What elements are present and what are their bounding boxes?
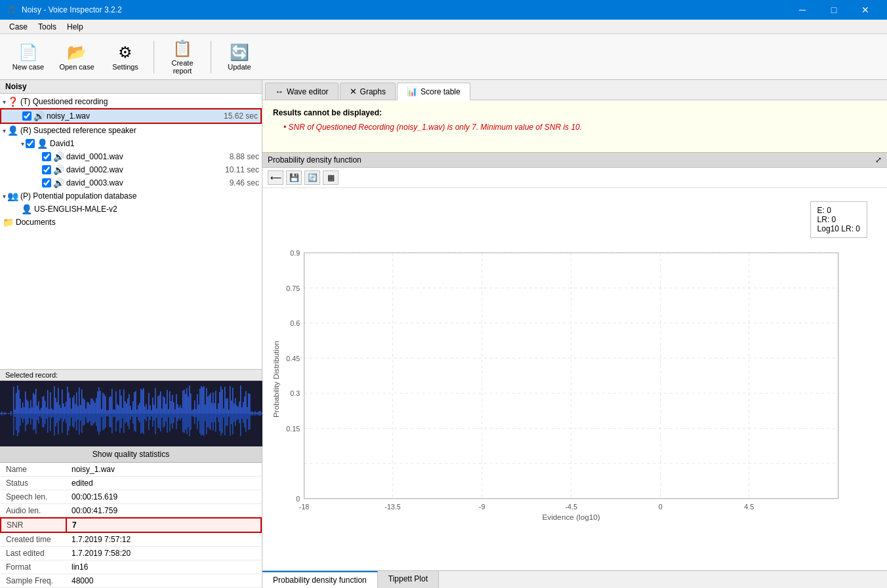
svg-text:-13.5: -13.5 (384, 503, 400, 511)
waveform-icon-0002: 🔊 (53, 165, 64, 175)
tree-item-david-0003[interactable]: 🔊 david_0003.wav 9.46 sec (0, 176, 262, 189)
title-bar: 🎵 Noisy - Voice Inspector 3.2.2 ─ □ ✕ (0, 0, 887, 20)
title-bar-left: 🎵 Noisy - Voice Inspector 3.2.2 (7, 5, 122, 14)
stat-value-audio-len: 00:00:41.759 (66, 504, 261, 519)
results-title: Results cannot be displayed: (273, 108, 877, 117)
bottom-tab-tippett-label: Tippett Plot (388, 574, 428, 583)
results-bullet-snr: • SNR of Questioned Recording (noisy_1.w… (283, 123, 877, 132)
results-area: Results cannot be displayed: • SNR of Qu… (262, 100, 887, 153)
chevron-population: ▾ (3, 193, 6, 200)
duration-0003: 9.46 sec (230, 178, 259, 187)
chart-save-button[interactable]: 💾 (286, 170, 302, 185)
settings-label: Settings (112, 63, 138, 71)
tree-item-usenglish[interactable]: 👤 US-ENGLISH-MALE-v2 (0, 203, 262, 216)
checkbox-noisy[interactable] (22, 111, 31, 121)
chart-inner: E: 0 LR: 0 Log10 LR: 0 Probability Distr… (269, 195, 880, 564)
tree-label-reference: (R) Suspected reference speaker (20, 126, 136, 135)
bottom-tab-bar: Probability density function Tippett Plo… (262, 570, 887, 588)
svg-text:Probability Distribution: Probability Distribution (272, 341, 280, 418)
chart-area: E: 0 LR: 0 Log10 LR: 0 Probability Distr… (262, 188, 887, 570)
wave-editor-icon: ↔ (275, 87, 283, 96)
stat-value-edited: 1.7.2019 7:58:20 (66, 547, 261, 560)
duration-noisy: 15.62 sec (224, 111, 258, 121)
tree-item-david-0001[interactable]: 🔊 david_0001.wav 8.88 sec (0, 150, 262, 163)
tree-label-population: (P) Potential population database (20, 191, 136, 201)
stat-label-audio-len: Audio len. (1, 504, 66, 519)
tab-score-table[interactable]: 📊 Score table (397, 83, 470, 100)
tree-section[interactable]: ▾ ❓ (T) Questioned recording 🔊 noisy_1.w… (0, 94, 262, 370)
stat-label-status: Status (1, 477, 66, 490)
toolbar-separator (154, 41, 154, 73)
stat-row-status: Status edited (1, 477, 261, 490)
bottom-tab-pdf[interactable]: Probability density function (262, 571, 378, 588)
create-report-button[interactable]: 📋 Create report (159, 37, 205, 77)
menu-tools[interactable]: Tools (33, 21, 62, 33)
minimize-button[interactable]: ─ (787, 0, 817, 20)
checkbox-david0002[interactable] (42, 165, 51, 174)
menu-bar: Case Tools Help (0, 20, 887, 34)
checkbox-david1[interactable] (26, 139, 35, 148)
stat-value-name: noisy_1.wav (66, 463, 261, 477)
waveform-section: Selected record: (0, 370, 262, 446)
tree-item-questioned[interactable]: ▾ ❓ (T) Questioned recording (0, 95, 262, 108)
create-report-label: Create report (162, 59, 203, 75)
update-button[interactable]: 🔄 Update (217, 37, 262, 77)
svg-text:0.75: 0.75 (286, 284, 300, 292)
create-report-icon: 📋 (173, 39, 192, 58)
maximize-button[interactable]: □ (819, 0, 849, 20)
waveform-icon-0003: 🔊 (53, 178, 64, 188)
tree-label-david1: David1 (50, 139, 74, 148)
expand-icon[interactable]: ⤢ (875, 155, 882, 165)
svg-text:0.9: 0.9 (290, 249, 300, 257)
stat-label-speech-len: Speech len. (1, 490, 66, 504)
new-case-label: New case (12, 63, 44, 71)
usenglish-icon: 👤 (21, 204, 32, 214)
selected-record-label: Selected record: (0, 370, 262, 381)
tab-graphs[interactable]: ✕ Graphs (340, 83, 396, 100)
close-button[interactable]: ✕ (850, 0, 880, 20)
stat-value-sample-freq: 48000 (66, 574, 261, 588)
tab-label-graphs: Graphs (360, 87, 386, 96)
tab-wave-editor[interactable]: ↔ Wave editor (265, 83, 339, 100)
stat-row-snr: SNR 7 (1, 518, 261, 532)
app-title: Noisy - Voice Inspector 3.2.2 (22, 5, 122, 14)
menu-help[interactable]: Help (62, 21, 89, 33)
tree-label-documents: Documents (16, 218, 56, 227)
quality-stats-button[interactable]: Show quality statistics (0, 446, 262, 463)
chart-reset-button[interactable]: 🔄 (304, 170, 320, 185)
svg-text:0.3: 0.3 (290, 389, 300, 397)
checkbox-david0001[interactable] (42, 152, 51, 161)
tree-label-david0003: david_0003.wav (66, 178, 123, 187)
tree-item-documents[interactable]: 📁 Documents (0, 216, 262, 229)
stat-label-format: Format (1, 560, 66, 574)
bottom-tab-tippett[interactable]: Tippett Plot (378, 571, 439, 588)
tab-label-score-table: Score table (421, 87, 461, 96)
chart-back-button[interactable]: ⟵ (268, 170, 283, 185)
chart-table-button[interactable]: ▦ (323, 170, 339, 185)
menu-case[interactable]: Case (4, 21, 33, 33)
tree-item-reference[interactable]: ▾ 👤 (R) Suspected reference speaker (0, 124, 262, 137)
waveform-display (0, 381, 262, 446)
stat-row-created: Created time 1.7.2019 7:57:12 (1, 532, 261, 547)
stats-table: Name noisy_1.wav Status edited Speech le… (0, 463, 262, 588)
new-case-button[interactable]: 📄 New case (5, 37, 51, 77)
settings-button[interactable]: ⚙ Settings (102, 37, 148, 77)
new-case-icon: 📄 (18, 43, 38, 62)
checkbox-david0003[interactable] (42, 178, 51, 187)
tree-item-david1[interactable]: ▾ 👤 David1 (0, 137, 262, 150)
score-table-icon: 📊 (407, 87, 417, 96)
tree-item-david-0002[interactable]: 🔊 david_0002.wav 10.11 sec (0, 163, 262, 176)
david1-icon: 👤 (37, 138, 48, 149)
stat-row-edited: Last edited 1.7.2019 7:58:20 (1, 547, 261, 560)
tree-label-usenglish: US-ENGLISH-MALE-v2 (34, 205, 117, 214)
open-case-button[interactable]: 📂 Open case (54, 37, 100, 77)
settings-icon: ⚙ (118, 43, 133, 62)
stat-value-format: lin16 (66, 560, 261, 574)
stat-label-sample-freq: Sample Freq. (1, 574, 66, 588)
title-bar-controls: ─ □ ✕ (787, 0, 880, 20)
stat-label-snr: SNR (1, 518, 66, 532)
chart-toolbar: ⟵ 💾 🔄 ▦ (262, 168, 887, 188)
svg-text:0: 0 (296, 495, 300, 503)
tree-item-noisy[interactable]: 🔊 noisy_1.wav 15.62 sec (0, 108, 262, 124)
tree-item-population[interactable]: ▾ 👥 (P) Potential population database (0, 189, 262, 203)
